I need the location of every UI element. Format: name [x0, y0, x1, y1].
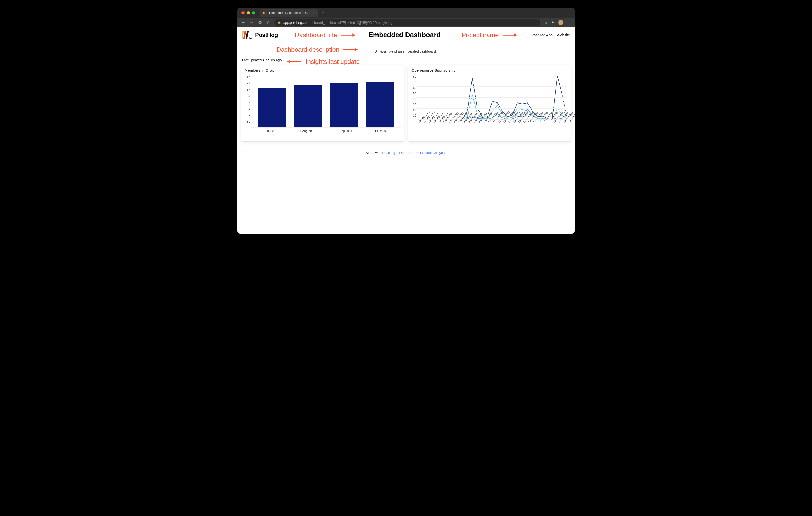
x-tick: 5-Oct-2021 — [462, 121, 465, 123]
insight-card-sponsorship[interactable]: Open-source Sponsorship 0102030405060708… — [408, 65, 571, 142]
bar — [258, 88, 286, 127]
lock-icon: 🔒 — [278, 21, 281, 24]
y-tick: 30 — [413, 103, 416, 106]
footer-prefix: Made with — [366, 151, 382, 155]
y-tick: 70 — [413, 81, 416, 84]
svg-marker-5 — [250, 37, 252, 38]
x-tick: 11-Oct-2021 — [492, 121, 494, 123]
bar-y-axis: 01K2K3K4K5K6K7K8K — [244, 75, 252, 127]
posthog-logo-icon — [242, 31, 252, 39]
line-x-axis: 26-Sep-202127-Sep-202128-Sep-202129-Sep-… — [417, 121, 568, 124]
line-y-axis: 01020304050607080 — [411, 75, 417, 119]
bar — [294, 85, 322, 127]
x-tick: 7-Oct-2021 — [472, 121, 474, 123]
bar — [330, 83, 358, 127]
y-tick: 40 — [413, 97, 416, 100]
home-button[interactable]: ⌂ — [266, 20, 271, 25]
maximize-window-button[interactable] — [252, 11, 255, 14]
page-content: Dashboard title Project name Dashboard d… — [237, 27, 575, 234]
browser-menu-button[interactable]: ⋮ — [567, 20, 571, 25]
dashboard-title: Embedded Dashboard — [369, 31, 441, 39]
y-tick: 20 — [413, 109, 416, 112]
browser-window: Embedded Dashboard • Dashb × + ← → ⟳ ⌂ 🔒… — [237, 8, 575, 234]
tab-strip: Embedded Dashboard • Dashb × + — [237, 8, 575, 18]
last-updated-value: 4 hours ago — [263, 58, 282, 62]
svg-marker-4 — [245, 31, 249, 39]
bar-chart: 01K2K3K4K5K6K7K8K — [252, 75, 401, 127]
x-tick: 1-Sep-2021 — [326, 129, 364, 132]
back-button[interactable]: ← — [241, 20, 245, 25]
bars-region — [252, 75, 401, 127]
x-tick: 20-Oct-2021 — [537, 121, 540, 123]
minimize-window-button[interactable] — [247, 11, 250, 14]
x-tick: 16-Oct-2021 — [517, 121, 520, 123]
bar — [366, 82, 394, 127]
card-title: Members in Orbit — [244, 68, 401, 72]
x-tick: 8-Oct-2021 — [477, 121, 480, 123]
dashboard-description: An example of an embedded dashboard. — [237, 50, 575, 53]
y-tick: 3K — [247, 108, 250, 111]
svg-marker-3 — [243, 31, 246, 39]
toolbar-right: ☆ ✦ ⋮ — [544, 20, 571, 25]
x-tick: 30-Sep-2021 — [437, 121, 439, 123]
footer-credit: Made with PostHog – Open Source Product … — [237, 151, 575, 155]
y-tick: 80 — [413, 75, 416, 78]
x-tick: 25-Oct-2021 — [562, 121, 564, 123]
toolbar: ← → ⟳ ⌂ 🔒 app.posthog.com/shared_dashboa… — [237, 18, 575, 27]
y-tick: 8K — [247, 75, 250, 78]
x-tick: 18-Oct-2021 — [527, 121, 529, 123]
footer-link[interactable]: PostHog – Open Source Product Analytics — [382, 151, 446, 155]
x-tick: 13-Oct-2021 — [502, 121, 504, 123]
cards-row: Members in Orbit 01K2K3K4K5K6K7K8K 1-Jul… — [237, 65, 575, 142]
x-tick: 19-Oct-2021 — [532, 121, 534, 123]
x-tick: 26-Oct-2021 — [567, 121, 570, 123]
tab-close-button[interactable]: × — [313, 11, 315, 15]
x-tick: 10-Oct-2021 — [487, 121, 489, 123]
x-tick: 17-Oct-2021 — [522, 121, 524, 123]
address-bar[interactable]: 🔒 app.posthog.com/shared_dashboard/fEjuk… — [274, 19, 541, 26]
x-tick: 26-Sep-2021 — [417, 121, 419, 123]
x-tick: 3-Oct-2021 — [452, 121, 455, 123]
close-window-button[interactable] — [241, 11, 244, 14]
reload-button[interactable]: ⟳ — [258, 20, 262, 25]
x-tick: 23-Oct-2021 — [552, 121, 555, 123]
y-tick: 5K — [247, 95, 250, 98]
x-tick: 1-Oct-2021 — [364, 129, 401, 132]
x-tick: 12-Oct-2021 — [497, 121, 500, 123]
tab-favicon-icon — [263, 11, 267, 14]
new-tab-button[interactable]: + — [321, 10, 325, 16]
y-tick: 0 — [249, 127, 250, 130]
x-tick: 1-Aug-2021 — [289, 129, 326, 132]
x-tick: 21-Oct-2021 — [542, 121, 544, 123]
project-name: PostHog App + Website — [531, 33, 570, 37]
y-tick: 6K — [247, 88, 250, 91]
y-tick: 0 — [415, 119, 416, 123]
x-tick: 22-Oct-2021 — [547, 121, 549, 123]
x-tick: 1-Oct-2021 — [442, 121, 444, 123]
y-tick: 2K — [247, 114, 250, 117]
forward-button[interactable]: → — [249, 20, 254, 25]
browser-tab[interactable]: Embedded Dashboard • Dashb × — [260, 9, 318, 17]
y-tick: 1K — [247, 121, 250, 124]
url-path: /shared_dashboard/fEjuk1e61iQjYiRjODPDjp… — [312, 21, 393, 25]
x-tick: 28-Sep-2021 — [427, 121, 430, 123]
x-tick: 15-Oct-2021 — [512, 121, 515, 123]
x-tick: 9-Oct-2021 — [482, 121, 485, 123]
extensions-button[interactable]: ✦ — [551, 20, 555, 25]
y-tick: 7K — [247, 82, 250, 85]
bookmark-button[interactable]: ☆ — [544, 20, 548, 25]
insight-card-members[interactable]: Members in Orbit 01K2K3K4K5K6K7K8K 1-Jul… — [241, 65, 404, 142]
logo-text: PostHog — [255, 32, 278, 38]
card-title: Open-source Sponsorship — [411, 68, 568, 72]
dashboard-header: PostHog Embedded Dashboard PostHog App +… — [237, 27, 575, 40]
y-tick: 4K — [247, 101, 250, 104]
last-updated-prefix: Last updated — [242, 58, 263, 62]
logo: PostHog — [242, 31, 278, 39]
y-tick: 60 — [413, 86, 416, 89]
last-updated: Last updated 4 hours ago — [237, 53, 575, 65]
profile-avatar[interactable] — [558, 20, 563, 25]
tab-title: Embedded Dashboard • Dashb — [269, 11, 309, 14]
x-tick: 27-Sep-2021 — [422, 121, 425, 123]
window-controls — [241, 11, 255, 14]
x-tick: 4-Oct-2021 — [457, 121, 460, 123]
